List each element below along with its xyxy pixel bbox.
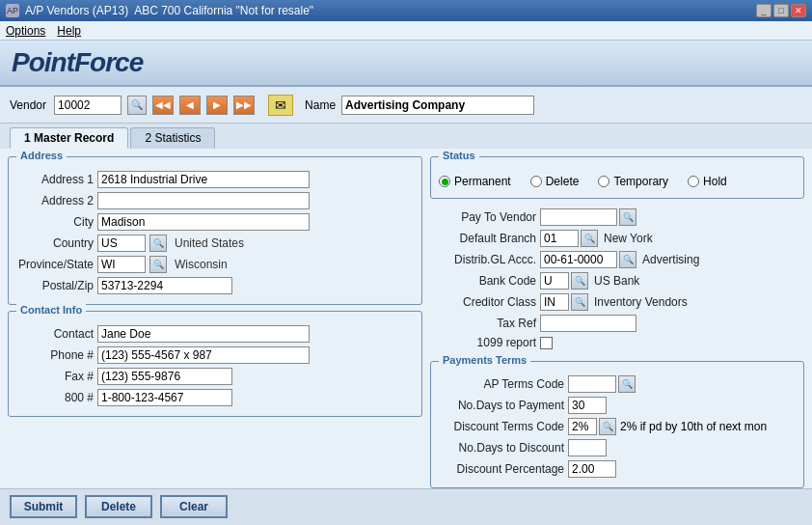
no-days-discount-input[interactable] (568, 439, 607, 456)
distrib-gl-row: Distrib.GL Accc. 🔍 Advertising (430, 251, 804, 268)
phone-row: Phone # (16, 346, 414, 364)
province-lookup-button[interactable]: 🔍 (149, 256, 167, 273)
bank-code-text: US Bank (594, 274, 639, 288)
branch-lookup[interactable]: 🔍 (581, 230, 598, 247)
email-button[interactable]: ✉ (268, 95, 293, 116)
tab-master-record[interactable]: 1 Master Record (10, 127, 128, 149)
payments-section: Payments Terms AP Terms Code 🔍 No.Days t… (430, 361, 804, 488)
creditor-class-label: Creditor Class (430, 295, 536, 309)
tab-statistics[interactable]: 2 Statistics (130, 127, 215, 149)
bank-code-input[interactable] (540, 272, 569, 290)
country-input[interactable] (97, 235, 146, 252)
phone-label: Phone # (16, 348, 94, 362)
report-1099-label: 1099 report (430, 336, 536, 349)
pay-to-label: Pay To Vendor (430, 210, 536, 224)
address-section-title: Address (16, 150, 67, 161)
report-1099-row: 1099 report (430, 336, 804, 349)
menu-options[interactable]: Options (6, 24, 45, 38)
toolbar: Vendor 🔍 ◀◀ ◀ ▶ ▶▶ ✉ Name (0, 87, 812, 124)
default-branch-row: Default Branch 🔍 New York (430, 230, 804, 247)
nav-last-button[interactable]: ▶▶ (233, 96, 255, 115)
menu-help[interactable]: Help (57, 24, 81, 38)
toll-label: 800 # (16, 391, 94, 404)
address2-input[interactable] (97, 192, 310, 209)
status-hold[interactable]: Hold (688, 175, 727, 188)
bank-code-row: Bank Code 🔍 US Bank (430, 272, 804, 290)
nav-first-button[interactable]: ◀◀ (152, 96, 174, 115)
report-1099-checkbox[interactable] (540, 337, 553, 349)
fax-input[interactable] (97, 368, 232, 385)
nav-prev-button[interactable]: ◀ (179, 96, 201, 115)
discount-pct-label: Discount Percentage (439, 462, 564, 476)
restore-button[interactable]: □ (773, 4, 789, 17)
contact-section-title: Contact Info (16, 304, 86, 316)
province-input[interactable] (97, 256, 146, 273)
temporary-radio[interactable] (598, 176, 609, 187)
title-bar: AP A/P Vendors (AP13) ABC 700 California… (0, 0, 812, 21)
discount-terms-lookup[interactable]: 🔍 (599, 418, 616, 435)
discount-pct-row: Discount Percentage (439, 460, 796, 478)
vendor-details: Pay To Vendor 🔍 Default Branch 🔍 New Yor… (430, 205, 804, 353)
ap-terms-row: AP Terms Code 🔍 (439, 375, 796, 393)
toll-input[interactable] (97, 389, 232, 406)
status-temporary[interactable]: Temporary (598, 175, 668, 188)
status-section: Status Permanent Delete Temporary Hold (430, 156, 804, 199)
discount-terms-text: 2% if pd by 10th of next mon (620, 420, 767, 433)
discount-terms-label: Discount Terms Code (439, 420, 564, 433)
distrib-gl-text: Advertising (642, 253, 699, 266)
bank-lookup[interactable]: 🔍 (571, 272, 588, 290)
country-lookup-button[interactable]: 🔍 (149, 235, 167, 252)
permanent-radio[interactable] (439, 176, 450, 187)
bottom-bar: Submit Delete Clear (0, 488, 812, 523)
distrib-gl-input[interactable] (540, 251, 617, 268)
nav-next-button[interactable]: ▶ (206, 96, 228, 115)
minimize-button[interactable]: _ (756, 4, 771, 17)
menu-bar: Options Help (0, 21, 812, 41)
status-permanent[interactable]: Permanent (439, 175, 511, 188)
address1-row: Address 1 (16, 171, 414, 188)
discount-terms-input[interactable] (568, 418, 597, 435)
logo-bar: PointForce (0, 41, 812, 87)
creditor-class-input[interactable] (540, 293, 569, 311)
ap-terms-lookup[interactable]: 🔍 (618, 375, 636, 393)
status-radio-group: Permanent Delete Temporary Hold (439, 171, 796, 192)
clear-button[interactable]: Clear (160, 495, 228, 518)
window-subtitle: ABC 700 California "Not for resale" (134, 4, 313, 17)
city-input[interactable] (97, 213, 310, 231)
app-icon: AP (6, 4, 19, 17)
name-input[interactable] (341, 96, 534, 115)
default-branch-text: New York (604, 232, 653, 245)
gl-lookup[interactable]: 🔍 (619, 251, 636, 268)
contact-input[interactable] (97, 325, 310, 343)
pay-to-input[interactable] (540, 208, 617, 226)
payments-section-title: Payments Terms (439, 354, 530, 366)
delete-radio[interactable] (530, 176, 542, 187)
no-days-payment-input[interactable] (568, 397, 607, 414)
phone-input[interactable] (97, 346, 310, 364)
close-button[interactable]: ✕ (791, 4, 806, 17)
city-row: City (16, 213, 414, 231)
submit-button[interactable]: Submit (10, 495, 77, 518)
pay-to-lookup[interactable]: 🔍 (619, 208, 636, 226)
tax-ref-label: Tax Ref (430, 317, 536, 330)
hold-radio[interactable] (688, 176, 699, 187)
vendor-lookup-button[interactable]: 🔍 (127, 96, 147, 115)
address2-label: Address 2 (16, 194, 94, 207)
tax-ref-input[interactable] (540, 315, 636, 332)
creditor-lookup[interactable]: 🔍 (571, 293, 588, 311)
creditor-class-text: Inventory Vendors (594, 295, 688, 309)
default-branch-input[interactable] (540, 230, 579, 247)
address1-input[interactable] (97, 171, 310, 188)
postal-input[interactable] (97, 277, 232, 294)
name-label: Name (305, 98, 336, 112)
discount-pct-input[interactable] (568, 460, 616, 478)
status-delete[interactable]: Delete (530, 175, 580, 188)
pay-to-row: Pay To Vendor 🔍 (430, 208, 804, 226)
delete-button[interactable]: Delete (85, 495, 152, 518)
creditor-class-row: Creditor Class 🔍 Inventory Vendors (430, 293, 804, 311)
no-days-payment-row: No.Days to Payment (439, 397, 796, 414)
address1-label: Address 1 (16, 173, 94, 186)
vendor-input[interactable] (54, 96, 122, 115)
tax-ref-row: Tax Ref (430, 315, 804, 332)
ap-terms-input[interactable] (568, 375, 616, 393)
